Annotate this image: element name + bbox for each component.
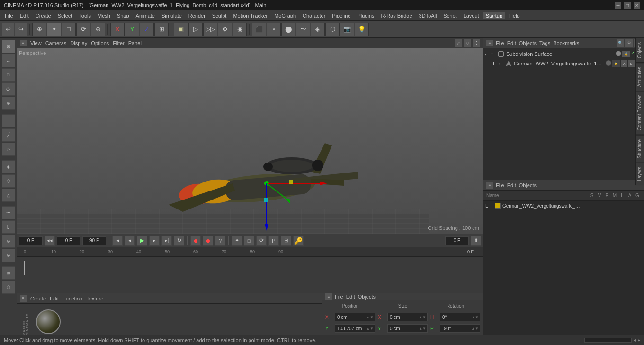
viewport-canvas[interactable]: .grid-h { stroke: rgba(255,255,255,0.06)… xyxy=(17,48,483,234)
next-key-btn[interactable]: ▸ xyxy=(149,236,160,246)
tool-floor[interactable]: ⬡ xyxy=(2,281,15,294)
move-key-btn[interactable]: ✦ xyxy=(232,236,242,246)
menu-render[interactable]: Render xyxy=(186,12,208,19)
point-key-btn[interactable]: ⊞ xyxy=(281,236,291,246)
mat-panel-menu-edit[interactable]: Edit xyxy=(507,182,516,188)
obj-menu-objects[interactable]: Objects xyxy=(519,40,537,46)
tool-axis[interactable]: ⊕ xyxy=(2,97,15,110)
vtab-layers[interactable]: Layers xyxy=(635,163,644,185)
menu-simulate[interactable]: Simulate xyxy=(159,12,185,19)
transform-tool-button[interactable]: ⊕ xyxy=(91,23,105,36)
tool-move[interactable]: ↔ xyxy=(2,54,15,67)
nurbs-button[interactable]: ◈ xyxy=(311,23,325,36)
obj-item-subdivision[interactable]: ⌐ ▾ Subdivision Surface 🔒 ✓ xyxy=(483,49,644,59)
select-tool-button[interactable]: ⊕ xyxy=(32,23,46,36)
record-active-btn[interactable]: ⏺ xyxy=(203,236,213,246)
current-frame-field[interactable]: 0 F xyxy=(19,236,43,245)
obj-menu-bookmarks[interactable]: Bookmarks xyxy=(553,40,579,46)
menu-script[interactable]: Script xyxy=(440,12,459,19)
mat-panel-menu-objects[interactable]: Objects xyxy=(519,182,537,188)
menu-layout[interactable]: Layout xyxy=(461,12,482,19)
render-settings-button[interactable]: ⚙ xyxy=(218,23,232,36)
vp-menu-filter[interactable]: Filter xyxy=(113,40,124,46)
y-axis-button[interactable]: Y xyxy=(125,23,139,36)
obj-badge-b[interactable]: B xyxy=(628,60,635,67)
tool-snap-grid[interactable]: ⊞ xyxy=(2,266,15,280)
menu-plugins[interactable]: Plugins xyxy=(354,12,377,19)
maximize-button[interactable]: □ xyxy=(624,2,631,9)
key-settings-btn[interactable]: 🔑 xyxy=(293,236,304,246)
rotate-tool-button[interactable]: ⟳ xyxy=(76,23,90,36)
tool-bend[interactable]: 〜 xyxy=(2,206,15,219)
menu-pipeline[interactable]: Pipeline xyxy=(329,12,353,19)
tool-model[interactable]: ◈ xyxy=(2,160,15,173)
close-button[interactable]: ✕ xyxy=(634,2,640,9)
menu-select[interactable]: Select xyxy=(55,12,75,19)
menu-startup[interactable]: Startup xyxy=(483,12,505,19)
obj-vis-badge-2[interactable] xyxy=(606,60,611,66)
mat-item-flyingbomb[interactable]: L German_WW2_Vergeltungswaffe_1_Flying_B… xyxy=(483,201,644,210)
sphere-button[interactable]: ⚬ xyxy=(267,23,281,36)
pos-y-field[interactable]: 103.707 cm ▲▼ xyxy=(335,324,375,333)
light-button[interactable]: 💡 xyxy=(355,23,369,36)
rot-p-field[interactable]: -90° ▲▼ xyxy=(440,324,480,333)
vtab-structure[interactable]: Structure xyxy=(635,135,644,163)
tool-edges[interactable]: ╱ xyxy=(2,128,15,142)
menu-rray-bridge[interactable]: R-Ray Bridge xyxy=(378,12,415,19)
mat-menu-texture[interactable]: Texture xyxy=(86,296,103,301)
vp-menu-options[interactable]: Options xyxy=(91,40,109,46)
obj-menu-tags[interactable]: Tags xyxy=(539,40,550,46)
size-x-field[interactable]: 0 cm ▲▼ xyxy=(387,313,428,321)
obj-search-btn[interactable]: 🔍 xyxy=(617,39,624,47)
tool-axis2[interactable]: △ xyxy=(2,189,15,202)
menu-3dtoall[interactable]: 3DToAll xyxy=(416,12,440,19)
pos-x-field[interactable]: 0 cm ▲▼ xyxy=(335,313,375,321)
undo-button[interactable]: ↩ xyxy=(2,23,14,36)
cylinder-button[interactable]: ⬤ xyxy=(281,23,295,36)
tool-brush[interactable]: ⊙ xyxy=(2,235,15,248)
scale-tool-button[interactable]: □ xyxy=(62,23,76,36)
record-btn[interactable]: ⏺ xyxy=(190,236,201,246)
obj-expand-subdivision[interactable]: ▾ xyxy=(491,52,496,56)
attr-menu-file[interactable]: File xyxy=(335,294,343,300)
render-preview-button[interactable]: ◉ xyxy=(233,23,247,36)
menu-character[interactable]: Character xyxy=(300,12,328,19)
timeline-track[interactable] xyxy=(17,257,483,293)
obj-lock-badge[interactable]: 🔒 xyxy=(622,51,630,57)
obj-hamburger[interactable]: ≡ xyxy=(486,40,493,46)
obj-item-flyingbomb[interactable]: L ▸ German_WW2_Vergeltungswaffe_1_Flying… xyxy=(483,59,644,68)
menu-mesh[interactable]: Mesh xyxy=(95,12,113,19)
mat-menu-create[interactable]: Create xyxy=(30,296,46,301)
vp-menu-panel[interactable]: Panel xyxy=(128,40,142,46)
timeline-expand-btn[interactable]: ⬆ xyxy=(471,236,481,246)
menu-snap[interactable]: Snap xyxy=(114,12,132,19)
tool-poly[interactable]: □ xyxy=(2,68,15,82)
vp-menu-display[interactable]: Display xyxy=(70,40,87,46)
vp-expand-icon[interactable]: ⤢ xyxy=(455,39,462,47)
render-viewport-button[interactable]: ▣ xyxy=(174,23,188,36)
obj-settings-btn[interactable]: ⚙ xyxy=(625,39,633,47)
vtab-objects[interactable]: Objects xyxy=(635,38,644,63)
mat-menu-edit[interactable]: Edit xyxy=(50,296,59,301)
vp-menu-view[interactable]: View xyxy=(30,40,42,46)
mat-menu-function[interactable]: Function xyxy=(63,296,82,301)
tool-magnet[interactable]: L xyxy=(2,220,15,234)
mat-panel-menu-file[interactable]: File xyxy=(496,182,504,188)
cube-button[interactable]: ⬛ xyxy=(252,23,266,36)
obj-menu-file[interactable]: File xyxy=(496,40,504,46)
mat-panel-hamburger[interactable]: ≡ xyxy=(486,182,493,189)
vtab-content-browser[interactable]: Content Browser xyxy=(635,91,644,135)
world-button[interactable]: ⊞ xyxy=(154,23,169,36)
menu-help[interactable]: Help xyxy=(506,12,523,19)
menu-create[interactable]: Create xyxy=(33,12,54,19)
mat-hamburger[interactable]: ≡ xyxy=(20,295,27,302)
menu-tools[interactable]: Tools xyxy=(76,12,94,19)
spline-button[interactable]: 〜 xyxy=(296,23,310,36)
scroll-left-btn[interactable]: ◂ xyxy=(634,337,636,343)
minimize-button[interactable]: ─ xyxy=(615,2,621,9)
z-axis-button[interactable]: Z xyxy=(140,23,154,36)
tool-cursor[interactable]: ⊕ xyxy=(2,40,15,53)
title-bar-controls[interactable]: ─ □ ✕ xyxy=(615,2,640,9)
x-axis-button[interactable]: X xyxy=(110,23,125,36)
play-btn[interactable]: ▶ xyxy=(137,236,147,246)
